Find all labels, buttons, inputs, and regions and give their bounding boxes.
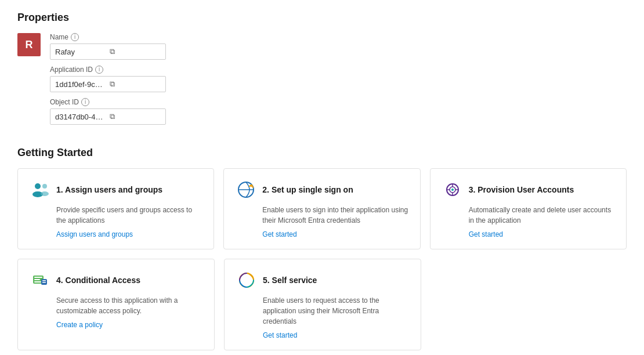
app-id-info-icon[interactable]: i — [95, 66, 103, 74]
card-sso-title: 2. Set up single sign on — [262, 185, 353, 194]
self-service-icon — [236, 270, 257, 291]
object-id-copy-icon[interactable]: ⧉ — [110, 112, 161, 121]
conditional-access-icon — [30, 270, 50, 291]
name-copy-icon[interactable]: ⧉ — [110, 47, 161, 56]
card-ss-title: 5. Self service — [263, 276, 317, 285]
svg-rect-11 — [34, 279, 40, 280]
card-sso-header: 2. Set up single sign on — [236, 179, 408, 200]
card-provision-link[interactable]: Get started — [442, 230, 614, 238]
svg-rect-15 — [42, 282, 46, 283]
cards-row-1: 1. Assign users and groups Provide speci… — [17, 168, 627, 249]
object-id-input[interactable]: d3147db0-4e52-4e1e-93cf-7... ⧉ — [50, 108, 166, 125]
page-title: Properties — [17, 12, 627, 24]
card-ss-header: 5. Self service — [236, 270, 409, 291]
svg-rect-10 — [34, 277, 42, 278]
svg-point-5 — [250, 184, 252, 187]
card-ca-link[interactable]: Create a policy — [30, 321, 202, 329]
card-assign-users-title: 1. Assign users and groups — [56, 185, 162, 194]
svg-rect-14 — [42, 280, 46, 281]
cards-row-2: 4. Conditional Access Secure access to t… — [17, 259, 627, 350]
avatar: R — [17, 33, 41, 56]
card-provision-description: Automatically create and delete user acc… — [442, 205, 614, 226]
card-provision-header: 3. Provision User Accounts — [442, 179, 614, 200]
svg-point-2 — [42, 184, 47, 189]
svg-rect-12 — [34, 281, 41, 282]
provision-icon — [442, 179, 463, 200]
properties-section: Properties R Name i Rafay ⧉ Application … — [17, 12, 627, 131]
card-self-service: 5. Self service Enable users to request … — [224, 259, 421, 350]
card-sso: 2. Set up single sign on Enable users to… — [223, 168, 420, 249]
name-info-icon[interactable]: i — [71, 33, 79, 41]
card-sso-description: Enable users to sign into their applicat… — [236, 205, 408, 226]
object-id-info-icon[interactable]: i — [81, 98, 89, 106]
users-icon — [30, 179, 50, 200]
app-id-copy-icon[interactable]: ⧉ — [110, 79, 161, 89]
name-field-group: Name i Rafay ⧉ — [50, 33, 166, 66]
card-sso-link[interactable]: Get started — [236, 230, 408, 238]
name-label: Name i — [50, 33, 166, 41]
card-assign-users: 1. Assign users and groups Provide speci… — [17, 168, 214, 249]
card-conditional-access: 4. Conditional Access Secure access to t… — [17, 259, 215, 350]
card-ca-title: 4. Conditional Access — [56, 276, 140, 285]
name-input[interactable]: Rafay ⧉ — [50, 44, 166, 60]
properties-fields: Name i Rafay ⧉ Application ID i 1dd1f0ef… — [50, 33, 166, 131]
card-assign-users-link[interactable]: Assign users and groups — [30, 230, 202, 238]
card-assign-users-description: Provide specific users and groups access… — [30, 205, 202, 226]
card-ca-header: 4. Conditional Access — [30, 270, 202, 291]
object-id-field-group: Object ID i d3147db0-4e52-4e1e-93cf-7...… — [50, 98, 166, 131]
card-ss-link[interactable]: Get started — [236, 331, 409, 339]
card-provision-title: 3. Provision User Accounts — [469, 185, 574, 194]
card-assign-users-header: 1. Assign users and groups — [30, 179, 202, 200]
app-id-label: Application ID i — [50, 66, 166, 74]
svg-point-8 — [451, 189, 454, 191]
card-ss-description: Enable users to request access to the ap… — [236, 295, 409, 327]
getting-started-section: Getting Started 1. Assign users and grou… — [17, 147, 627, 350]
card-provision: 3. Provision User Accounts Automatically… — [430, 168, 627, 249]
object-id-label: Object ID i — [50, 98, 166, 106]
card-ca-description: Secure access to this application with a… — [30, 295, 202, 316]
svg-point-0 — [35, 183, 41, 189]
app-id-input[interactable]: 1dd1f0ef-9cdf-4fc2-960a-2a... ⧉ — [50, 76, 166, 92]
sso-icon — [236, 179, 256, 200]
svg-point-3 — [41, 191, 49, 196]
getting-started-title: Getting Started — [17, 147, 627, 159]
app-id-field-group: Application ID i 1dd1f0ef-9cdf-4fc2-960a… — [50, 66, 166, 98]
